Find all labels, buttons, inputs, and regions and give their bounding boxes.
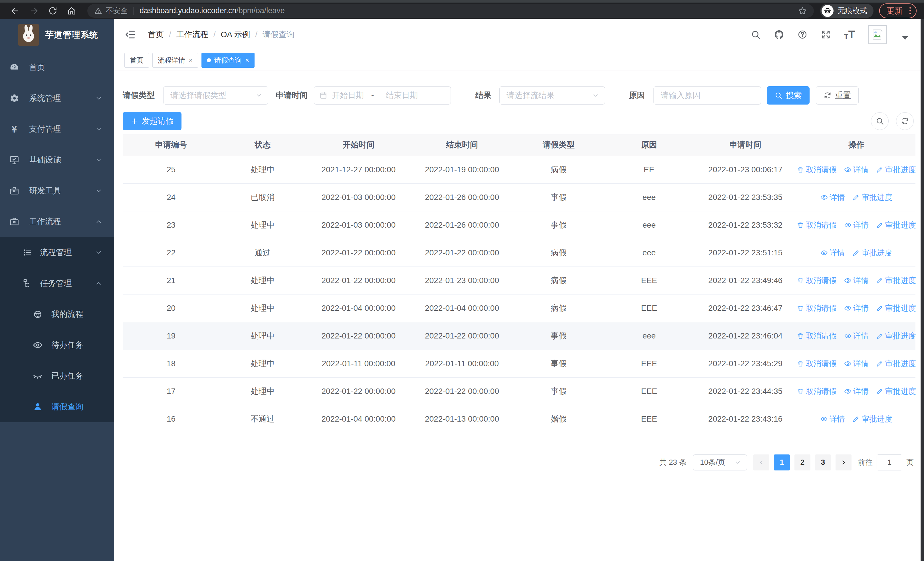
- github-icon[interactable]: [774, 29, 784, 40]
- sidebar-collapse-icon[interactable]: [124, 29, 136, 40]
- detail-link[interactable]: 详情: [820, 414, 845, 424]
- goto-page-input[interactable]: [877, 454, 902, 471]
- page-button-2[interactable]: 2: [795, 454, 810, 471]
- tab-leave-query[interactable]: 请假查询×: [201, 53, 255, 68]
- help-icon[interactable]: [797, 29, 808, 40]
- home-icon[interactable]: [67, 6, 76, 16]
- approval-progress-link[interactable]: 审批进度: [876, 220, 916, 230]
- approval-progress-link[interactable]: 审批进度: [876, 386, 916, 397]
- reset-button[interactable]: 重置: [816, 86, 859, 105]
- detail-link[interactable]: 详情: [844, 331, 868, 341]
- table-header-row: 申请编号状态开始时间结束时间请假类型原因申请时间操作: [123, 134, 915, 156]
- cell-reason: eee: [604, 239, 693, 266]
- show-search-toggle-button[interactable]: [871, 112, 889, 130]
- user-avatar[interactable]: [868, 25, 887, 44]
- approval-progress-link[interactable]: 审批进度: [876, 303, 916, 313]
- column-header: 结束时间: [411, 134, 513, 156]
- approval-progress-link[interactable]: 审批进度: [852, 414, 892, 424]
- detail-link[interactable]: 详情: [820, 248, 845, 258]
- refresh-table-button[interactable]: [896, 112, 914, 130]
- fullscreen-icon[interactable]: [821, 29, 831, 40]
- apply-time-range-picker[interactable]: 开始日期 - 结束日期: [314, 86, 451, 105]
- reload-icon[interactable]: [48, 6, 58, 16]
- close-tab-icon[interactable]: ×: [245, 57, 249, 64]
- approval-progress-link[interactable]: 审批进度: [876, 358, 916, 369]
- detail-link[interactable]: 详情: [844, 303, 868, 313]
- cell-type: 事假: [513, 322, 604, 350]
- sidebar-item-devtools[interactable]: 研发工具: [0, 175, 114, 206]
- search-icon[interactable]: [750, 29, 761, 40]
- address-bar[interactable]: 不安全 dashboard.yudao.iocoder.cn/bpm/oa/le…: [87, 4, 814, 18]
- cell-type: 病假: [513, 156, 604, 183]
- approval-progress-link[interactable]: 审批进度: [852, 248, 892, 258]
- sidebar-item-workflow[interactable]: 工作流程: [0, 206, 114, 237]
- detail-link[interactable]: 详情: [844, 275, 868, 286]
- breadcrumb-item[interactable]: 工作流程: [176, 29, 208, 40]
- create-leave-button[interactable]: 发起请假: [123, 112, 182, 130]
- table-row: 19处理中2022-01-22 00:00:002022-01-22 00:00…: [123, 322, 915, 350]
- action-label: 取消请假: [806, 386, 837, 397]
- page-size-select[interactable]: 10条/页: [693, 454, 747, 471]
- bookmark-star-icon[interactable]: [798, 6, 807, 15]
- sidebar-item-payment[interactable]: ¥支付管理: [0, 114, 114, 144]
- leave-type-select[interactable]: 请选择请假类型: [163, 86, 268, 105]
- detail-link[interactable]: 详情: [844, 386, 868, 397]
- search-button-label: 搜索: [786, 90, 802, 101]
- cell-start: 2022-01-04 00:00:00: [306, 405, 411, 433]
- approval-progress-link[interactable]: 审批进度: [876, 331, 916, 341]
- cancel-leave-link[interactable]: 取消请假: [797, 275, 837, 286]
- tab-process-detail[interactable]: 流程详情×: [152, 53, 198, 68]
- back-icon[interactable]: [10, 6, 20, 16]
- cell-applied: 2022-01-22 23:43:16: [693, 405, 797, 433]
- forward-icon[interactable]: [29, 6, 39, 16]
- browser-update-button[interactable]: 更新: [879, 3, 916, 18]
- prev-page-button[interactable]: [753, 454, 770, 471]
- approval-progress-link[interactable]: 审批进度: [876, 275, 916, 286]
- table-row: 17处理中2022-01-22 00:00:002022-01-22 00:00…: [123, 378, 915, 405]
- cancel-leave-link[interactable]: 取消请假: [797, 303, 837, 313]
- font-size-icon[interactable]: TT: [844, 29, 855, 40]
- sidebar-item-infra[interactable]: 基础设施: [0, 144, 114, 175]
- sidebar-item-leave-query[interactable]: 请假查询: [0, 391, 114, 422]
- chevron-left-icon: [758, 459, 765, 466]
- sidebar-item-process-mgmt[interactable]: 流程管理: [0, 237, 114, 268]
- sidebar-item-todo-tasks[interactable]: 待办任务: [0, 329, 114, 361]
- search-button[interactable]: 搜索: [767, 86, 810, 105]
- sidebar-item-label: 系统管理: [29, 93, 61, 104]
- sidebar-item-my-process[interactable]: 我的流程: [0, 299, 114, 329]
- eye-icon: [844, 221, 852, 229]
- cancel-leave-link[interactable]: 取消请假: [797, 358, 837, 369]
- detail-link[interactable]: 详情: [844, 220, 868, 230]
- reason-input[interactable]: [661, 91, 754, 100]
- action-label: 审批进度: [885, 220, 916, 230]
- browser-menu-icon[interactable]: [908, 6, 912, 15]
- cancel-leave-link[interactable]: 取消请假: [797, 331, 837, 341]
- page-button-1[interactable]: 1: [774, 454, 790, 471]
- breadcrumb-item[interactable]: 首页: [148, 29, 164, 40]
- next-page-button[interactable]: [836, 454, 852, 471]
- cell-id: 19: [123, 322, 219, 350]
- cancel-leave-link[interactable]: 取消请假: [797, 220, 837, 230]
- sidebar-item-system[interactable]: 系统管理: [0, 83, 114, 114]
- sidebar-item-label: 研发工具: [29, 185, 61, 196]
- action-label: 详情: [853, 303, 868, 313]
- sidebar-item-done-tasks[interactable]: 已办任务: [0, 361, 114, 391]
- action-label: 详情: [853, 386, 868, 397]
- avatar-caret-icon[interactable]: [900, 33, 910, 43]
- sidebar-item-label: 基础设施: [29, 155, 61, 165]
- cancel-leave-link[interactable]: 取消请假: [797, 386, 837, 397]
- approval-progress-link[interactable]: 审批进度: [876, 164, 916, 175]
- tab-home[interactable]: 首页: [124, 53, 149, 68]
- sidebar-item-home[interactable]: 首页: [0, 52, 114, 83]
- detail-link[interactable]: 详情: [844, 164, 868, 175]
- result-select[interactable]: 请选择流结果: [500, 86, 605, 105]
- close-tab-icon[interactable]: ×: [189, 57, 193, 64]
- page-button-3[interactable]: 3: [815, 454, 831, 471]
- insecure-warning-icon[interactable]: [94, 7, 102, 15]
- detail-link[interactable]: 详情: [844, 358, 868, 369]
- cancel-leave-link[interactable]: 取消请假: [797, 164, 837, 175]
- detail-link[interactable]: 详情: [820, 192, 845, 203]
- breadcrumb-item[interactable]: OA 示例: [221, 29, 250, 40]
- approval-progress-link[interactable]: 审批进度: [852, 192, 892, 203]
- sidebar-item-task-mgmt[interactable]: 任务管理: [0, 268, 114, 299]
